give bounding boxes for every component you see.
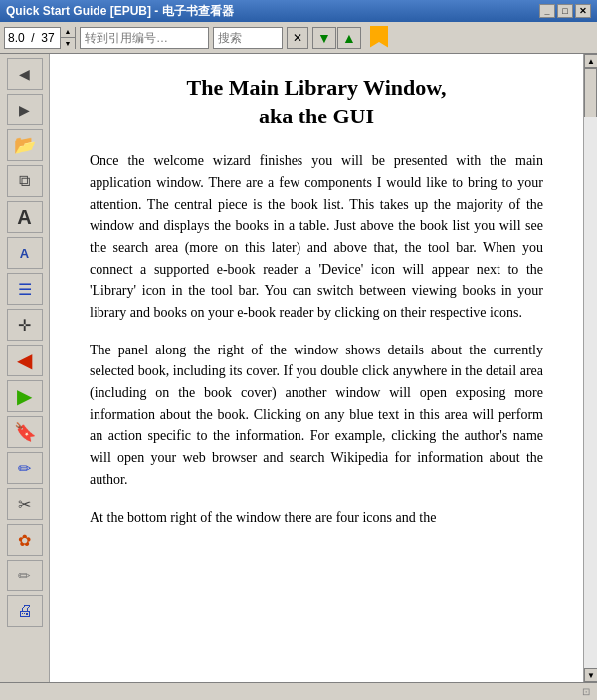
bookmark-toolbar-button[interactable] <box>365 24 393 50</box>
print-button[interactable]: 🖨 <box>7 595 43 627</box>
status-bar: ⊡ <box>0 682 597 700</box>
highlight-icon: ✏ <box>18 459 31 478</box>
paragraph-3: At the bottom right of the window there … <box>90 507 543 529</box>
vertical-scrollbar[interactable]: ▲ ▼ <box>583 54 597 682</box>
search-nav-group: ▼ ▲ <box>312 27 361 49</box>
page-input-wrap: ▲ ▼ <box>4 27 76 49</box>
highlight-button[interactable]: ✏ <box>7 452 43 484</box>
pencil-button[interactable]: ✏ <box>7 560 43 591</box>
next-chapter-button[interactable]: ▶ <box>7 380 43 412</box>
pencil-icon: ✏ <box>18 567 31 584</box>
next-chapter-icon: ▶ <box>17 384 32 408</box>
copy-button[interactable]: ⧉ <box>7 165 43 197</box>
title-bar: Quick Start Guide [EPUB] - 电子书查看器 _ □ ✕ <box>0 0 597 22</box>
ref-input[interactable] <box>80 27 209 49</box>
page-input[interactable] <box>5 28 60 48</box>
minimize-button[interactable]: _ <box>539 4 555 18</box>
forward-icon <box>19 101 30 118</box>
maximize-button[interactable]: □ <box>557 4 573 18</box>
scroll-thumb[interactable] <box>584 68 597 117</box>
page-spin-down[interactable]: ▼ <box>61 38 75 49</box>
search-clear-button[interactable]: ✕ <box>287 27 308 49</box>
clear-icon: ✕ <box>293 31 302 45</box>
main-area: 📂 ⧉ A A ☰ ✛ ◀ ▶ 🔖 ✏ ✂ <box>0 54 597 682</box>
scroll-track[interactable] <box>584 68 597 668</box>
back-icon <box>19 65 30 83</box>
window-title: Quick Start Guide [EPUB] - 电子书查看器 <box>6 3 539 20</box>
print-icon: 🖨 <box>17 602 33 620</box>
bookmark-icon: 🔖 <box>14 421 36 443</box>
text-style-icon: ☰ <box>18 280 32 299</box>
copy-icon: ⧉ <box>19 172 30 190</box>
dec-font-icon: A <box>20 246 29 261</box>
close-button[interactable]: ✕ <box>575 4 591 18</box>
sidebar: 📂 ⧉ A A ☰ ✛ ◀ ▶ 🔖 ✏ ✂ <box>0 54 50 682</box>
inc-font-button[interactable]: A <box>7 201 43 233</box>
page-spin: ▲ ▼ <box>60 27 75 49</box>
open-icon: 📂 <box>14 134 36 156</box>
back-button[interactable] <box>7 58 43 90</box>
arrow-up-icon: ▲ <box>342 30 356 46</box>
bookmark-sidebar-button[interactable]: 🔖 <box>7 416 43 448</box>
paragraph-1: Once the welcome wizard finishes you wil… <box>90 150 543 324</box>
prev-chapter-icon: ◀ <box>17 349 32 372</box>
scroll-up-button[interactable]: ▲ <box>584 54 597 68</box>
text-style-button[interactable]: ☰ <box>7 273 43 305</box>
search-next-button[interactable]: ▼ <box>312 27 336 49</box>
page-spin-up[interactable]: ▲ <box>61 27 75 39</box>
forward-button[interactable] <box>7 94 43 125</box>
search-prev-button[interactable]: ▲ <box>337 27 361 49</box>
annotation-button[interactable]: ✿ <box>7 524 43 556</box>
toolbar: ▲ ▼ ✕ ▼ ▲ <box>0 22 597 54</box>
annotation-icon: ✿ <box>18 531 31 550</box>
fullscreen-icon: ✛ <box>18 316 31 335</box>
page-heading: The Main Library Window,aka the GUI <box>90 74 543 130</box>
tools-icon: ✂ <box>18 495 31 514</box>
prev-chapter-button[interactable]: ◀ <box>7 345 43 376</box>
open-button[interactable]: 📂 <box>7 129 43 161</box>
scroll-down-button[interactable]: ▼ <box>584 668 597 682</box>
paragraph-2: The panel along the right of the window … <box>90 340 543 491</box>
content-pane: The Main Library Window,aka the GUI Once… <box>50 54 583 682</box>
arrow-down-icon: ▼ <box>317 30 331 46</box>
dec-font-button[interactable]: A <box>7 237 43 269</box>
title-bar-buttons[interactable]: _ □ ✕ <box>539 4 591 18</box>
search-input[interactable] <box>213 27 283 49</box>
bookmark-icon <box>370 26 388 48</box>
resize-grip: ⊡ <box>579 685 593 699</box>
fullscreen-button[interactable]: ✛ <box>7 309 43 341</box>
inc-font-icon: A <box>17 207 31 227</box>
tools-button[interactable]: ✂ <box>7 488 43 520</box>
